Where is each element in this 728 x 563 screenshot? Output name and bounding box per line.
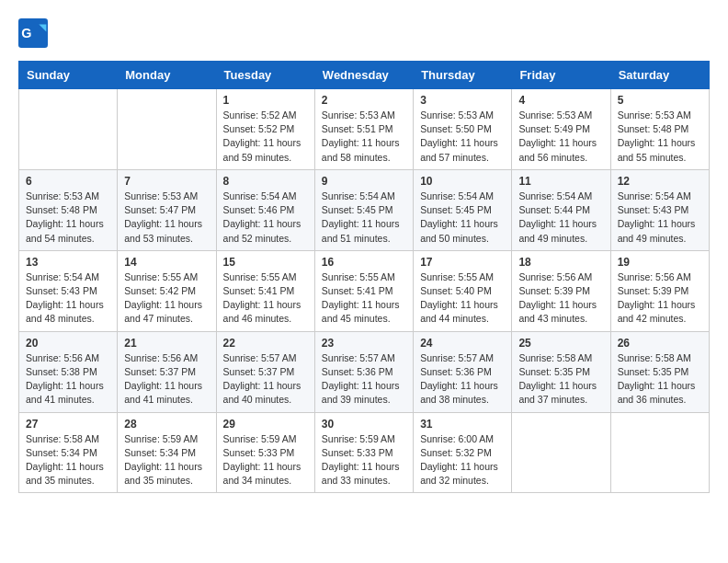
day-number: 30 (322, 418, 406, 431)
col-header-wednesday: Wednesday (314, 62, 413, 89)
day-detail: Sunrise: 5:52 AM Sunset: 5:52 PM Dayligh… (223, 109, 308, 165)
week-row-4: 20Sunrise: 5:56 AM Sunset: 5:38 PM Dayli… (19, 331, 710, 412)
day-detail: Sunrise: 5:53 AM Sunset: 5:49 PM Dayligh… (518, 109, 603, 165)
logo: G (18, 18, 50, 48)
day-detail: Sunrise: 5:55 AM Sunset: 5:42 PM Dayligh… (124, 270, 209, 327)
header: G (18, 18, 710, 48)
day-cell: 26Sunrise: 5:58 AM Sunset: 5:35 PM Dayli… (610, 331, 709, 412)
day-cell: 10Sunrise: 5:54 AM Sunset: 5:45 PM Dayli… (414, 169, 512, 250)
day-cell: 8Sunrise: 5:54 AM Sunset: 5:46 PM Daylig… (216, 169, 314, 250)
svg-text:G: G (21, 26, 31, 40)
day-number: 19 (618, 256, 702, 269)
day-cell: 14Sunrise: 5:55 AM Sunset: 5:42 PM Dayli… (118, 250, 216, 331)
day-number: 20 (26, 337, 110, 350)
day-cell (610, 412, 709, 493)
day-number: 16 (322, 256, 406, 269)
day-detail: Sunrise: 5:53 AM Sunset: 5:48 PM Dayligh… (618, 109, 702, 165)
day-detail: Sunrise: 5:54 AM Sunset: 5:45 PM Dayligh… (420, 190, 505, 246)
header-row: SundayMondayTuesdayWednesdayThursdayFrid… (19, 62, 710, 89)
day-number: 1 (223, 94, 308, 107)
day-cell: 1Sunrise: 5:52 AM Sunset: 5:52 PM Daylig… (216, 89, 314, 170)
day-number: 14 (124, 256, 209, 269)
day-cell: 2Sunrise: 5:53 AM Sunset: 5:51 PM Daylig… (314, 89, 413, 170)
day-detail: Sunrise: 5:55 AM Sunset: 5:41 PM Dayligh… (322, 270, 406, 327)
day-cell (512, 412, 610, 493)
day-cell: 31Sunrise: 6:00 AM Sunset: 5:32 PM Dayli… (414, 412, 512, 493)
day-cell: 30Sunrise: 5:59 AM Sunset: 5:33 PM Dayli… (314, 412, 413, 493)
day-detail: Sunrise: 5:54 AM Sunset: 5:45 PM Dayligh… (322, 190, 406, 246)
day-cell: 28Sunrise: 5:59 AM Sunset: 5:34 PM Dayli… (118, 412, 216, 493)
day-number: 5 (618, 94, 702, 107)
day-cell: 24Sunrise: 5:57 AM Sunset: 5:36 PM Dayli… (414, 331, 512, 412)
day-number: 27 (26, 418, 110, 431)
day-cell: 4Sunrise: 5:53 AM Sunset: 5:49 PM Daylig… (512, 89, 610, 170)
day-cell: 25Sunrise: 5:58 AM Sunset: 5:35 PM Dayli… (512, 331, 610, 412)
day-cell: 13Sunrise: 5:54 AM Sunset: 5:43 PM Dayli… (19, 250, 118, 331)
col-header-saturday: Saturday (610, 62, 709, 89)
day-number: 26 (618, 337, 702, 350)
day-cell: 22Sunrise: 5:57 AM Sunset: 5:37 PM Dayli… (216, 331, 314, 412)
day-number: 2 (322, 94, 406, 107)
day-number: 28 (124, 418, 209, 431)
col-header-sunday: Sunday (19, 62, 118, 89)
day-number: 18 (518, 256, 603, 269)
day-cell: 6Sunrise: 5:53 AM Sunset: 5:48 PM Daylig… (19, 169, 118, 250)
day-cell: 16Sunrise: 5:55 AM Sunset: 5:41 PM Dayli… (314, 250, 413, 331)
day-detail: Sunrise: 5:58 AM Sunset: 5:35 PM Dayligh… (618, 351, 702, 408)
col-header-tuesday: Tuesday (216, 62, 314, 89)
day-number: 10 (420, 175, 505, 188)
day-number: 9 (322, 175, 406, 188)
day-number: 4 (518, 94, 603, 107)
day-cell: 21Sunrise: 5:56 AM Sunset: 5:37 PM Dayli… (118, 331, 216, 412)
day-detail: Sunrise: 5:55 AM Sunset: 5:40 PM Dayligh… (420, 270, 505, 327)
day-detail: Sunrise: 5:53 AM Sunset: 5:51 PM Dayligh… (322, 109, 406, 165)
day-number: 13 (26, 256, 110, 269)
col-header-thursday: Thursday (414, 62, 512, 89)
week-row-5: 27Sunrise: 5:58 AM Sunset: 5:34 PM Dayli… (19, 412, 710, 493)
page: G SundayMondayTuesdayWednesdayThursdayFr… (0, 0, 728, 511)
day-detail: Sunrise: 5:58 AM Sunset: 5:35 PM Dayligh… (518, 351, 603, 408)
day-number: 7 (124, 175, 209, 188)
day-detail: Sunrise: 5:54 AM Sunset: 5:43 PM Dayligh… (618, 190, 702, 246)
logo-icon: G (18, 18, 48, 48)
day-detail: Sunrise: 5:58 AM Sunset: 5:34 PM Dayligh… (26, 432, 110, 488)
day-cell: 29Sunrise: 5:59 AM Sunset: 5:33 PM Dayli… (216, 412, 314, 493)
week-row-3: 13Sunrise: 5:54 AM Sunset: 5:43 PM Dayli… (19, 250, 710, 331)
day-number: 31 (420, 418, 505, 431)
day-detail: Sunrise: 5:55 AM Sunset: 5:41 PM Dayligh… (223, 270, 308, 327)
day-cell: 27Sunrise: 5:58 AM Sunset: 5:34 PM Dayli… (19, 412, 118, 493)
day-detail: Sunrise: 5:53 AM Sunset: 5:47 PM Dayligh… (124, 190, 209, 246)
calendar-table: SundayMondayTuesdayWednesdayThursdayFrid… (18, 61, 710, 493)
day-cell: 5Sunrise: 5:53 AM Sunset: 5:48 PM Daylig… (610, 89, 709, 170)
day-number: 21 (124, 337, 209, 350)
day-detail: Sunrise: 5:57 AM Sunset: 5:36 PM Dayligh… (420, 351, 505, 408)
day-detail: Sunrise: 5:57 AM Sunset: 5:36 PM Dayligh… (322, 351, 406, 408)
col-header-friday: Friday (512, 62, 610, 89)
logo-area: G (18, 18, 50, 48)
day-detail: Sunrise: 5:59 AM Sunset: 5:33 PM Dayligh… (223, 432, 308, 488)
day-number: 3 (420, 94, 505, 107)
day-cell (118, 89, 216, 170)
day-number: 25 (518, 337, 603, 350)
day-cell: 17Sunrise: 5:55 AM Sunset: 5:40 PM Dayli… (414, 250, 512, 331)
day-detail: Sunrise: 5:56 AM Sunset: 5:39 PM Dayligh… (618, 270, 702, 327)
day-detail: Sunrise: 5:59 AM Sunset: 5:34 PM Dayligh… (124, 432, 209, 488)
day-cell: 19Sunrise: 5:56 AM Sunset: 5:39 PM Dayli… (610, 250, 709, 331)
day-number: 12 (618, 175, 702, 188)
day-cell: 20Sunrise: 5:56 AM Sunset: 5:38 PM Dayli… (19, 331, 118, 412)
day-detail: Sunrise: 5:54 AM Sunset: 5:43 PM Dayligh… (26, 270, 110, 327)
day-detail: Sunrise: 5:56 AM Sunset: 5:39 PM Dayligh… (518, 270, 603, 327)
day-cell: 11Sunrise: 5:54 AM Sunset: 5:44 PM Dayli… (512, 169, 610, 250)
day-number: 15 (223, 256, 308, 269)
day-number: 29 (223, 418, 308, 431)
day-detail: Sunrise: 6:00 AM Sunset: 5:32 PM Dayligh… (420, 432, 505, 488)
day-cell: 7Sunrise: 5:53 AM Sunset: 5:47 PM Daylig… (118, 169, 216, 250)
day-detail: Sunrise: 5:56 AM Sunset: 5:38 PM Dayligh… (26, 351, 110, 408)
day-detail: Sunrise: 5:59 AM Sunset: 5:33 PM Dayligh… (322, 432, 406, 488)
day-number: 11 (518, 175, 603, 188)
day-cell: 23Sunrise: 5:57 AM Sunset: 5:36 PM Dayli… (314, 331, 413, 412)
day-number: 8 (223, 175, 308, 188)
day-cell: 18Sunrise: 5:56 AM Sunset: 5:39 PM Dayli… (512, 250, 610, 331)
day-cell: 15Sunrise: 5:55 AM Sunset: 5:41 PM Dayli… (216, 250, 314, 331)
day-cell (19, 89, 118, 170)
